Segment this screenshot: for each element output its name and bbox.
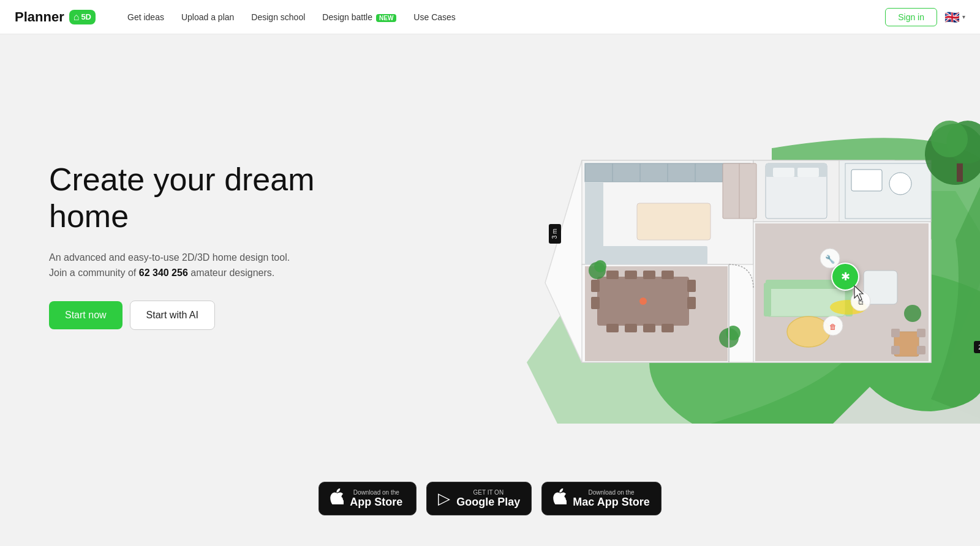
app-store-text: Download on the App Store [350,489,402,509]
apple-icon [330,488,344,509]
nav-item-design-school[interactable]: Design school [244,7,312,27]
svg-rect-22 [687,280,696,292]
svg-point-52 [904,305,921,322]
start-now-button[interactable]: Start now [49,301,123,329]
hero-buttons: Start now Start with AI [49,301,343,330]
logo-text: Planner [15,9,64,25]
app-store-top-label: Download on the [350,489,402,496]
svg-rect-18 [637,203,710,240]
svg-rect-57 [917,346,925,354]
svg-text:✱: ✱ [841,271,850,283]
svg-rect-56 [891,346,900,354]
svg-rect-30 [643,324,655,332]
main-header: Planner ⌂ 5D Get ideasUpload a planDesig… [0,0,980,34]
svg-text:🔧: 🔧 [825,254,835,264]
floor-plan-3d: 8 m 6.2 m 3 m 2.5 m › › ✱ [466,69,980,424]
svg-text:🗑: 🗑 [829,323,837,331]
google-play-icon: ▷ [438,489,450,508]
app-store-button[interactable]: Download on the App Store [318,482,417,515]
svg-rect-27 [662,271,674,279]
svg-rect-24 [606,271,619,279]
svg-point-60 [931,121,968,157]
hero-subtitle: An advanced and easy-to-use 2D/3D home d… [49,250,343,281]
start-with-ai-button[interactable]: Start with AI [130,301,215,330]
svg-text:3 m: 3 m [551,228,558,239]
google-play-text: GET IT ON Google Play [456,489,520,509]
svg-rect-54 [891,329,900,337]
new-badge: NEW [376,14,396,22]
hero-section: Create your dream home An advanced and e… [0,0,980,546]
hero-title: Create your dream home [49,162,343,235]
store-buttons-section: Download on the App Store ▷ GET IT ON Go… [0,457,980,546]
svg-rect-23 [687,297,696,309]
hero-image: 8 m 6.2 m 3 m 2.5 m › › ✱ [453,34,980,457]
mac-app-store-text: Download on the Mac App Store [573,489,649,509]
app-store-main-label: App Store [350,496,402,509]
mac-app-store-button[interactable]: Download on the Mac App Store [541,482,661,515]
svg-rect-35 [764,283,771,316]
logo-badge: ⌂ 5D [69,10,96,24]
hero-content: Create your dream home An advanced and e… [0,34,980,457]
svg-rect-26 [643,271,655,279]
nav-item-upload-plan[interactable]: Upload a plan [174,7,241,27]
main-nav: Get ideasUpload a planDesign schoolDesig… [120,7,885,27]
google-play-main-label: Google Play [456,496,520,509]
svg-point-49 [594,260,606,272]
svg-rect-20 [591,280,600,292]
mac-apple-icon [553,488,567,509]
svg-rect-41 [773,168,794,177]
mac-app-store-top-label: Download on the [573,489,649,496]
svg-point-37 [787,316,830,347]
nav-item-design-battle[interactable]: Design battleNEW [315,7,404,27]
floor-plan-svg: 8 m 6.2 m 3 m 2.5 m › › ✱ [466,69,980,424]
svg-rect-61 [957,163,963,182]
svg-point-51 [726,326,741,340]
community-count: 62 340 256 [139,267,188,278]
svg-rect-55 [917,329,925,337]
google-play-button[interactable]: ▷ GET IT ON Google Play [426,482,532,515]
svg-rect-42 [797,168,819,177]
flag-icon: 🇬🇧 [944,10,960,24]
svg-point-45 [889,173,911,195]
header-right: Sign in 🇬🇧 ▾ [885,8,965,26]
hero-text-block: Create your dream home An advanced and e… [49,162,343,330]
svg-rect-29 [625,324,637,332]
mac-app-store-main-label: Mac App Store [573,496,649,509]
svg-point-32 [639,297,647,305]
svg-rect-31 [662,324,674,332]
nav-item-get-ideas[interactable]: Get ideas [120,7,172,27]
sign-in-button[interactable]: Sign in [885,8,937,26]
hero-subtitle-suffix: amateur designers. [190,267,274,278]
svg-rect-44 [851,170,882,191]
language-selector[interactable]: 🇬🇧 ▾ [944,10,965,24]
svg-rect-21 [591,297,600,309]
logo[interactable]: Planner ⌂ 5D [15,9,96,25]
nav-item-use-cases[interactable]: Use Cases [406,7,462,27]
house-icon: ⌂ [74,12,80,23]
chevron-down-icon: ▾ [962,13,965,20]
svg-rect-25 [625,271,637,279]
google-play-top-label: GET IT ON [456,489,520,496]
svg-rect-28 [606,324,619,332]
